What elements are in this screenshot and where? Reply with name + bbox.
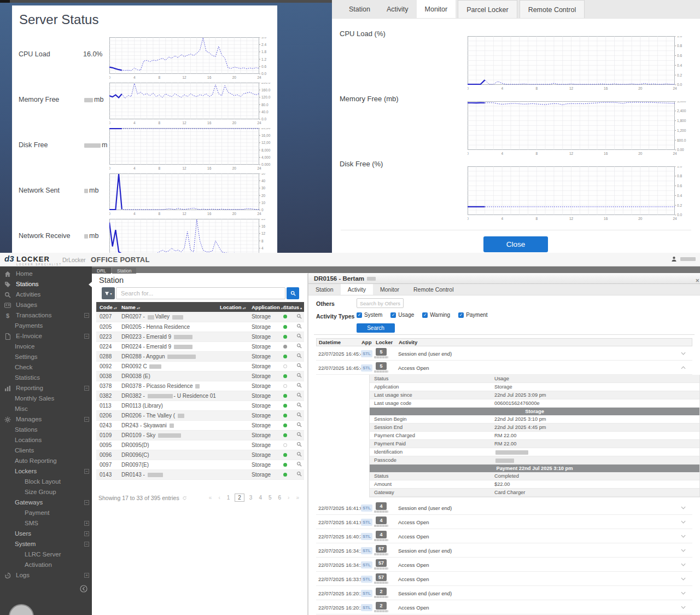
sidebar-item-size-group[interactable]: Size Group [0,487,92,497]
sidebar-item-lockers[interactable]: Lockers− [0,466,92,477]
sidebar-item-e-invoice[interactable]: E-Invoice− [0,331,92,341]
sidebar-item-users[interactable]: Users+ [0,529,92,539]
expander-minus-icon[interactable]: − [84,386,89,391]
checkbox-warning[interactable]: ✓Warning [422,312,450,318]
station-row[interactable]: 0143DR0143 - Storage [96,469,304,479]
activity-row[interactable]: 22/07/2025 16:40:35STL4Access Open [316,529,692,543]
sidebar-item-system[interactable]: System− [0,539,92,549]
checkbox-checked-icon[interactable]: ✓ [458,312,464,318]
sidebar-item-clients[interactable]: Clients [0,445,92,456]
sidebar-item-stations[interactable]: Stations [0,279,92,289]
page-6[interactable]: 6 [277,494,283,501]
refresh-icon[interactable] [182,496,187,501]
view-station-icon[interactable] [296,432,302,437]
view-station-icon[interactable] [296,314,302,319]
activity-row[interactable]: 22/07/2025 16:45:47STL5Access Open [316,361,692,375]
sidebar-item-monthly-sales[interactable]: Monthly Sales [0,393,92,404]
station-row[interactable]: 0224DR0224 - Emerald 9 Storage [96,341,304,351]
page-1[interactable]: 1 [225,494,232,501]
view-station-icon[interactable] [296,363,302,368]
sidebar-item-reporting[interactable]: Reporting− [0,383,92,393]
sidebar-item-settings[interactable]: Settings [0,352,92,362]
close-button[interactable]: Close [483,236,548,252]
view-station-icon[interactable] [296,343,302,349]
tab-monitor[interactable]: Monitor [417,0,456,18]
sidebar-item-sms[interactable]: SMS+ [0,518,92,529]
tab-remote-control[interactable]: Remote Control [520,0,585,18]
expander-minus-icon[interactable]: − [84,334,89,339]
chevron-up-icon[interactable] [681,366,686,369]
sidebar-item-activation[interactable]: Activation [0,560,92,570]
sidebar-item-activities[interactable]: Activities [0,289,92,300]
view-station-icon[interactable] [296,402,302,408]
expander-plus-icon[interactable]: + [84,531,89,536]
station-row[interactable]: 0206DR0206 - The Valley ( Storage [96,410,304,420]
activity-row[interactable]: 22/07/2025 16:20:14STL2Session end (user… [316,586,692,600]
filter-button[interactable]: ▾ [102,287,115,299]
expander-minus-icon[interactable]: − [84,469,89,474]
checkbox-checked-icon[interactable]: ✓ [357,312,362,318]
chevron-down-icon[interactable] [681,352,686,355]
sidebar-item-transactions[interactable]: $Transactions− [0,310,92,321]
activity-row[interactable]: 22/07/2025 16:33:50STL57Access Open [316,572,692,586]
sidebar-item-logs[interactable]: Logs+ [0,570,92,581]
view-station-icon[interactable] [296,461,302,467]
others-search-input[interactable] [357,298,404,308]
station-row[interactable]: 0382DR0382 - - U Residence 01 Storage [96,391,304,401]
page-next[interactable]: › [286,494,291,501]
station-row[interactable]: 0378DR0378 - Picasso Residence Storage [96,381,304,391]
sidebar-item-payments[interactable]: Payments [0,321,92,331]
sidebar-item-payment[interactable]: Payment [0,508,92,518]
activity-row[interactable]: 22/07/2025 16:20:14STL2Access Open [316,600,692,614]
sidebar-item-invoice[interactable]: Invoice [0,341,92,352]
page-5[interactable]: 5 [267,494,273,501]
checkbox-payment[interactable]: ✓Payment [458,312,487,318]
page-last[interactable]: » [294,494,301,501]
view-station-icon[interactable] [296,323,302,329]
activity-row[interactable]: 22/07/2025 16:45:47STL5Session end (user… [316,346,692,361]
sidebar-item-block-layout[interactable]: Block Layout [0,477,92,487]
station-row[interactable]: 0109DR0109 - Sky Storage [96,430,304,440]
column-header-application[interactable]: Application▴▾ [248,302,280,312]
sidebar-item-stations[interactable]: Stations [0,425,92,435]
checkbox-usage[interactable]: ✓Usage [390,312,414,318]
chevron-down-icon[interactable] [681,549,686,552]
chevron-down-icon[interactable] [681,563,686,566]
view-station-icon[interactable] [296,442,302,447]
sidebar-item-gateways[interactable]: Gateways− [0,497,92,508]
expander-plus-icon[interactable]: + [84,521,89,526]
view-station-icon[interactable] [296,471,302,477]
column-header-status[interactable]: Status▴ [280,302,304,312]
expander-minus-icon[interactable]: − [84,313,89,318]
view-station-icon[interactable] [296,412,302,417]
view-station-icon[interactable] [296,373,302,378]
sidebar-item-llrc-server[interactable]: LLRC Server [0,549,92,560]
page-first[interactable]: « [207,494,214,501]
view-station-icon[interactable] [296,451,302,457]
expander-plus-icon[interactable]: + [84,573,89,578]
column-header-code[interactable]: Code▴▾ [96,302,118,312]
chevron-down-icon[interactable] [681,591,686,595]
checkbox-system[interactable]: ✓System [357,312,382,318]
tab-activity[interactable]: Activity [378,0,417,18]
expander-minus-icon[interactable]: − [84,542,89,547]
chevron-down-icon[interactable] [681,535,686,538]
station-row[interactable]: 0243DR243 - Skyawani Storage [96,420,304,430]
sidebar-item-manages[interactable]: Manages− [0,414,92,425]
page-2[interactable]: 2 [235,494,244,502]
station-row[interactable]: 0095DR0095(D) Storage [96,440,304,450]
view-station-icon[interactable] [296,392,302,398]
sidebar-item-check[interactable]: Check [0,362,92,373]
sidebar-item-locations[interactable]: Locations [0,435,92,445]
station-row[interactable]: 0205DR0205 - Henna Residence Storage [96,322,304,332]
checkbox-checked-icon[interactable]: ✓ [422,312,428,318]
activity-search-button[interactable]: Search [357,323,395,333]
detail-tab-remote-control[interactable]: Remote Control [406,284,461,295]
search-input[interactable] [116,287,285,299]
detail-tab-monitor[interactable]: Monitor [373,284,406,295]
detail-tab-activity[interactable]: Activity [341,284,373,295]
view-station-icon[interactable] [296,382,302,388]
page-4[interactable]: 4 [257,494,264,501]
chevron-down-icon[interactable] [681,506,686,509]
station-row[interactable]: 0097DR0097(E) Storage [96,460,304,469]
